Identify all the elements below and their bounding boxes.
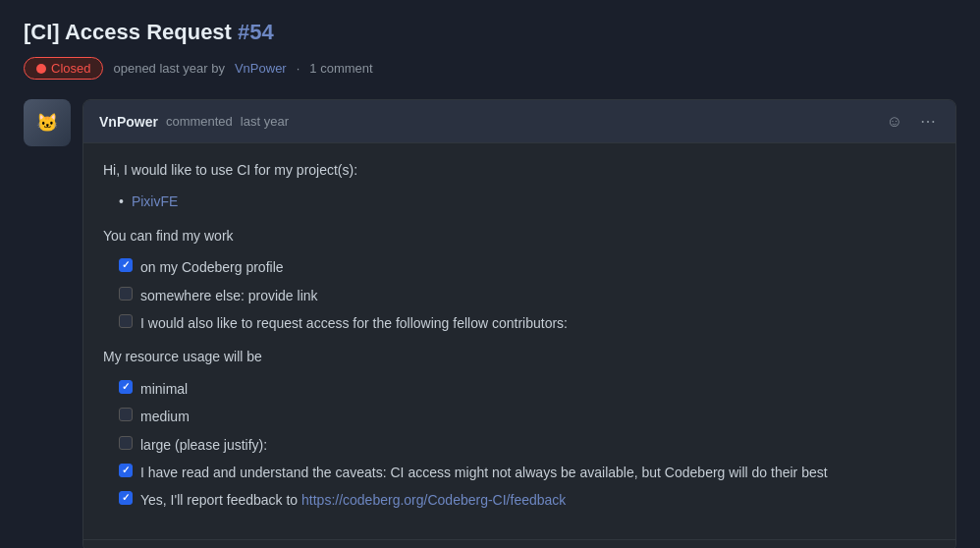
emoji-button[interactable]: ☺ xyxy=(883,111,906,133)
project-list: • PixivFE xyxy=(119,191,936,212)
list-item: large (please justify): xyxy=(119,434,936,456)
checklist-1: on my Codeberg profile somewhere else: p… xyxy=(119,256,936,334)
checkbox-2 xyxy=(119,287,133,301)
comment-box-bottom xyxy=(83,539,955,548)
checkbox-minimal xyxy=(119,380,133,394)
avatar-image: 🐱 xyxy=(24,99,71,146)
checkbox-label-large: large (please justify): xyxy=(140,434,267,456)
list-item: I have read and understand the caveats: … xyxy=(119,462,936,483)
comment-author: VnPower xyxy=(99,114,158,130)
comment-header: VnPower commented last year ☺ ⋯ xyxy=(83,100,955,143)
feedback-prefix: Yes, I'll report feedback to xyxy=(140,492,298,508)
checkbox-label-2: somewhere else: provide link xyxy=(140,285,318,306)
checkbox-label-medium: medium xyxy=(140,406,190,427)
meta-opened: opened last year by xyxy=(113,61,224,76)
comment-body: Hi, I would like to use CI for my projec… xyxy=(83,143,955,539)
checkbox-3 xyxy=(119,314,133,328)
comment-action: commented xyxy=(166,114,233,129)
list-item: • PixivFE xyxy=(119,191,936,212)
comment-time: last year xyxy=(241,114,289,129)
author-link[interactable]: VnPower xyxy=(235,61,287,76)
checkbox-1 xyxy=(119,258,133,272)
closed-dot-icon xyxy=(36,64,46,74)
checkbox-medium xyxy=(119,408,133,421)
checkbox-label-minimal: minimal xyxy=(140,378,188,400)
comment-count: 1 comment xyxy=(309,61,372,76)
meta-dot: · xyxy=(297,61,300,76)
comment-header-right: ☺ ⋯ xyxy=(883,110,940,133)
status-badge: Closed xyxy=(24,57,103,80)
checkbox-label-3: I would also like to request access for … xyxy=(140,312,568,334)
comment-wrapper: 🐱 VnPower commented last year ☺ ⋯ Hi, I … xyxy=(24,99,956,548)
more-icon: ⋯ xyxy=(920,112,936,131)
project-link[interactable]: PixivFE xyxy=(132,191,178,212)
comment-section: VnPower commented last year ☺ ⋯ Hi, I wo… xyxy=(82,99,956,548)
resource-text: My resource usage will be xyxy=(103,346,936,367)
work-text: You can find my work xyxy=(103,225,936,247)
list-item: medium xyxy=(119,406,936,427)
emoji-icon: ☺ xyxy=(887,113,902,131)
avatar: 🐱 xyxy=(24,99,71,146)
comment-header-left: VnPower commented last year xyxy=(99,114,289,130)
more-options-button[interactable]: ⋯ xyxy=(916,110,940,133)
checkbox-caveats xyxy=(119,464,133,477)
intro-text: Hi, I would like to use CI for my projec… xyxy=(103,159,936,181)
list-item: I would also like to request access for … xyxy=(119,312,936,334)
bullet: • xyxy=(119,191,124,212)
checklist-2: minimal medium large (please justify): I… xyxy=(119,378,936,512)
checkbox-label-feedback: Yes, I'll report feedback to https://cod… xyxy=(140,489,566,511)
list-item: on my Codeberg profile xyxy=(119,256,936,278)
issue-number: #54 xyxy=(238,20,274,44)
list-item: Yes, I'll report feedback to https://cod… xyxy=(119,489,936,511)
list-item: minimal xyxy=(119,378,936,400)
list-item: somewhere else: provide link xyxy=(119,285,936,306)
feedback-link[interactable]: https://codeberg.org/Codeberg-CI/feedbac… xyxy=(301,492,566,508)
checkbox-large xyxy=(119,436,133,450)
issue-meta: Closed opened last year by VnPower · 1 c… xyxy=(24,57,956,80)
checkbox-label-caveats: I have read and understand the caveats: … xyxy=(140,462,828,483)
status-label: Closed xyxy=(51,61,90,76)
checkbox-feedback xyxy=(119,491,133,505)
checkbox-label-1: on my Codeberg profile xyxy=(140,256,284,278)
title-text: [CI] Access Request xyxy=(24,20,238,44)
page-title: [CI] Access Request #54 xyxy=(24,20,956,45)
